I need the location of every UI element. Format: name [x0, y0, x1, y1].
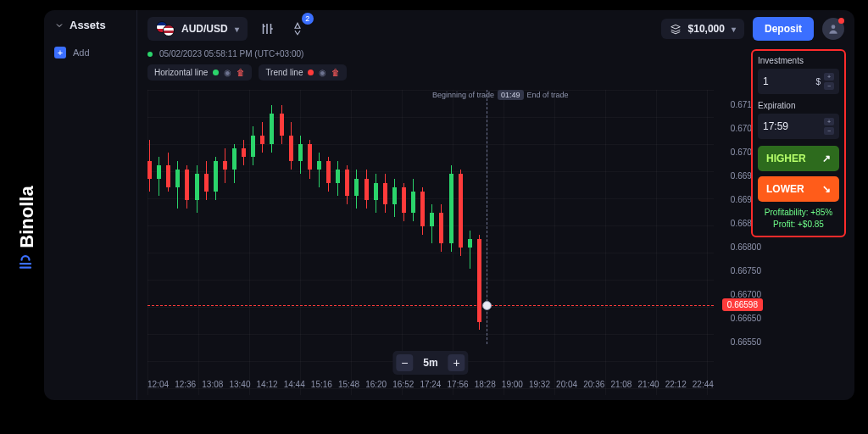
- pair-label: AUD/USD: [181, 23, 228, 35]
- x-tick: 14:44: [284, 380, 305, 395]
- candle: [214, 157, 218, 200]
- x-tick: 20:36: [583, 380, 604, 395]
- x-tick: 16:52: [392, 380, 414, 395]
- drawing-pills: Horizontal line ◉ 🗑Trend line ◉ 🗑: [147, 64, 347, 81]
- y-tick: 0.66800: [731, 243, 761, 252]
- candle: [439, 204, 443, 252]
- x-tick: 12:36: [175, 380, 196, 395]
- chevron-down-icon: [54, 20, 64, 31]
- price-line: [147, 305, 714, 306]
- eye-icon[interactable]: ◉: [224, 68, 231, 77]
- candle: [195, 165, 199, 213]
- x-tick: 22:12: [665, 380, 687, 395]
- sep-left: Beginning of trade: [432, 91, 494, 99]
- y-tick: 0.66750: [731, 267, 761, 275]
- app-window: Assets + Add AUD/USD ▾ 2: [44, 10, 854, 400]
- eye-icon[interactable]: ◉: [319, 68, 326, 77]
- candle: [298, 136, 303, 175]
- candle: [185, 165, 189, 209]
- logo-icon: [16, 255, 38, 270]
- x-tick: 15:48: [338, 380, 359, 395]
- higher-button[interactable]: HIGHER ↗: [758, 146, 839, 171]
- drawing-pill[interactable]: Trend line ◉ 🗑: [259, 64, 347, 81]
- sidebar-title: Assets: [70, 19, 106, 31]
- y-tick: 0.66650: [731, 314, 761, 323]
- expiration-field[interactable]: +−: [758, 114, 839, 139]
- profitability-text: Profitability: +85%: [758, 207, 839, 219]
- timeframe-plus-button[interactable]: +: [448, 354, 465, 371]
- candle: [175, 161, 180, 209]
- timeframe-selector[interactable]: − 5m +: [392, 351, 468, 375]
- drawings-badge: 2: [302, 13, 314, 25]
- y-tick: 0.66550: [731, 338, 761, 347]
- x-tick: 20:04: [556, 380, 577, 395]
- candle: [242, 140, 246, 166]
- plot-area[interactable]: Beginning of trade 01:49 End of trade 0.…: [147, 90, 714, 395]
- x-tick: 15:16: [311, 380, 332, 395]
- pair-flags-icon: [156, 21, 175, 36]
- lower-label: LOWER: [766, 183, 804, 195]
- x-tick: 13:08: [202, 380, 223, 395]
- lower-button[interactable]: LOWER ↘: [758, 176, 839, 202]
- sidebar-add-button[interactable]: + Add: [44, 40, 136, 65]
- x-tick: 18:28: [475, 380, 496, 395]
- sep-right: End of trade: [527, 91, 569, 99]
- brand: Binolla: [16, 186, 38, 270]
- expiration-stepper[interactable]: +−: [824, 117, 834, 136]
- candle: [402, 183, 406, 222]
- brand-text: Binolla: [16, 186, 38, 248]
- candle: [477, 235, 481, 330]
- candle: [251, 126, 255, 165]
- candle: [280, 105, 284, 144]
- live-dot-icon: [147, 52, 153, 57]
- pair-selector[interactable]: AUD/USD ▾: [147, 17, 248, 41]
- svg-point-0: [832, 25, 836, 29]
- sidebar-header[interactable]: Assets: [44, 10, 136, 40]
- investments-label: Investments: [758, 56, 839, 65]
- candle: [345, 165, 349, 204]
- timeframe-minus-button[interactable]: −: [396, 354, 413, 371]
- expiration-input[interactable]: [763, 120, 824, 132]
- candle: [392, 179, 397, 218]
- candle: [336, 161, 340, 196]
- x-tick: 17:24: [420, 380, 441, 395]
- trash-icon[interactable]: 🗑: [331, 68, 340, 77]
- candle: [459, 170, 463, 256]
- x-tick: 12:04: [147, 380, 169, 395]
- deposit-button[interactable]: Deposit: [753, 17, 814, 41]
- candle: [204, 161, 209, 200]
- candle: [232, 144, 236, 183]
- pill-color-icon: [308, 70, 314, 75]
- candle: [420, 187, 425, 235]
- indicators-button[interactable]: [256, 18, 278, 40]
- candle: [260, 122, 264, 153]
- chart[interactable]: 05/02/2023 05:58:11 PM (UTC+03:00) Horiz…: [137, 47, 748, 400]
- x-tick: 19:32: [529, 380, 550, 395]
- investments-stepper[interactable]: +−: [824, 72, 834, 91]
- price-marker[interactable]: [482, 301, 492, 310]
- x-tick: 21:08: [610, 380, 632, 395]
- topbar: AUD/USD ▾ 2 $10,000 ▾ Deposit: [137, 10, 854, 47]
- candle: [166, 153, 170, 192]
- sep-timer: 01:49: [498, 90, 524, 100]
- stack-icon: [670, 23, 682, 35]
- candle: [430, 204, 434, 243]
- x-tick: 16:20: [365, 380, 387, 395]
- price-tag: 0.66598: [722, 298, 763, 311]
- avatar[interactable]: [822, 18, 844, 40]
- arrow-down-right-icon: ↘: [822, 183, 831, 195]
- investments-field[interactable]: $ +−: [758, 69, 839, 94]
- x-tick: 14:12: [257, 380, 278, 395]
- investments-input[interactable]: [763, 75, 815, 87]
- chevron-down-icon: ▾: [732, 25, 736, 34]
- balance-selector[interactable]: $10,000 ▾: [661, 19, 744, 39]
- candle: [147, 140, 152, 192]
- drawings-button[interactable]: 2: [287, 18, 309, 40]
- trash-icon[interactable]: 🗑: [236, 68, 245, 77]
- candle: [468, 231, 472, 270]
- timeframe-label: 5m: [423, 357, 437, 369]
- chart-timestamp-row: 05/02/2023 05:58:11 PM (UTC+03:00): [147, 49, 303, 58]
- x-tick: 19:00: [502, 380, 523, 395]
- profit-text: Profit: +$0.85: [758, 219, 839, 231]
- drawing-pill[interactable]: Horizontal line ◉ 🗑: [147, 64, 252, 81]
